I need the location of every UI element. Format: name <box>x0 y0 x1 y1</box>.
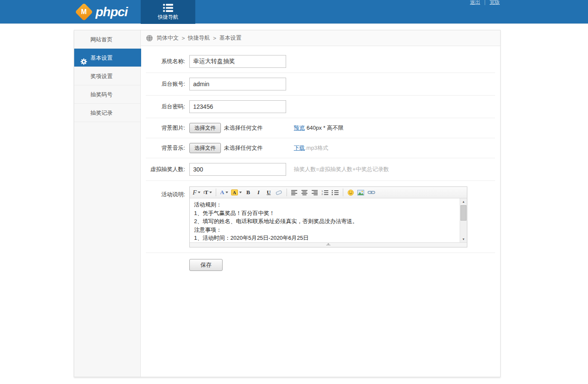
bg-music-hint: .mp3格式 <box>305 144 328 152</box>
align-center-icon <box>301 190 308 195</box>
font-size-button[interactable]: tT <box>203 188 212 197</box>
insert-link-button[interactable] <box>368 188 375 197</box>
system-name-label: 系统名称: <box>146 58 185 65</box>
align-left-button[interactable] <box>291 188 298 197</box>
virtual-count-hint: 抽奖人数=虚拟抽奖人数+中奖总记录数 <box>294 166 389 173</box>
editor-line: 注意事项： <box>194 226 455 234</box>
align-left-icon <box>291 190 298 195</box>
main-panel: 网站首页 基本设置 奖项设置 抽奖码号 <box>74 30 501 377</box>
chevron-down-icon <box>239 192 242 193</box>
editor-line: 2、填写的姓名、电话和联系地址必须真实，否则奖品没办法寄送。 <box>194 217 455 226</box>
sidebar-item-label: 基本设置 <box>90 55 113 61</box>
form-row-system-name: 系统名称: <box>146 46 495 73</box>
ordered-list-icon: 1.2. <box>322 190 328 195</box>
admin-password-input[interactable] <box>189 100 286 113</box>
virtual-count-label: 虚拟抽奖人数: <box>146 166 185 173</box>
form-row-virtual-count: 虚拟抽奖人数: 抽奖人数=虚拟抽奖人数+中奖总记录数 <box>146 158 495 181</box>
scrollbar-thumb[interactable] <box>461 205 466 221</box>
form-row-admin-account: 后台账号: <box>146 73 495 96</box>
bg-image-hint: 640px * 高不限 <box>307 124 344 132</box>
breadcrumb-separator: > <box>182 35 185 41</box>
form-row-save: 保存 <box>146 253 495 276</box>
font-color-button[interactable]: A <box>220 188 228 197</box>
ordered-list-button[interactable]: 1.2. <box>322 188 329 197</box>
insert-image-button[interactable] <box>357 188 365 197</box>
font-family-button[interactable]: F <box>193 188 200 197</box>
underline-button[interactable]: U <box>265 188 272 197</box>
scroll-up-icon[interactable]: ▲ <box>460 198 467 205</box>
rich-text-editor: F tT A A B I U <box>189 186 467 247</box>
editor-resize-bar[interactable] <box>190 242 467 247</box>
logo[interactable]: M phpci <box>75 5 127 19</box>
bg-music-file-input: 选择文件 未选择任何文件 <box>189 143 294 153</box>
editor-line: 活动规则： <box>194 201 455 209</box>
svg-text:2.: 2. <box>322 193 324 195</box>
editor-content[interactable]: 活动规则： 1、凭手气赢奖品！百分百中奖！ 2、填写的姓名、电话和联系地址必须真… <box>190 198 460 242</box>
sidebar-item-label: 抽奖码号 <box>90 91 113 98</box>
content-area: 简体中文 > 快捷导航 > 基本设置 系统名称: 后台账号: 后台密码: 背景图… <box>141 30 500 377</box>
admin-password-label: 后台密码: <box>146 103 185 111</box>
header-links: 退出 | 宽版 <box>470 0 500 6</box>
align-right-button[interactable] <box>311 188 319 197</box>
sidebar-item-lottery-codes[interactable]: 抽奖码号 <box>74 85 140 104</box>
virtual-count-input[interactable] <box>189 163 286 176</box>
form-row-bg-image: 背景图片: 选择文件 未选择任何文件 预览 640px * 高不限 <box>146 118 495 138</box>
link-icon <box>368 190 375 195</box>
settings-form: 系统名称: 后台账号: 后台密码: 背景图片: 选择文件 未选择任何文件 预览 … <box>141 46 500 276</box>
sidebar-item-lottery-records[interactable]: 抽奖记录 <box>74 104 140 122</box>
bg-music-label: 背景音乐: <box>146 144 185 152</box>
chevron-down-icon <box>209 192 212 193</box>
unordered-list-button[interactable] <box>332 188 339 197</box>
svg-text:1.: 1. <box>322 190 324 192</box>
save-button[interactable]: 保存 <box>189 259 223 271</box>
list-icon <box>163 3 173 12</box>
sidebar-item-label: 奖项设置 <box>90 73 113 79</box>
sidebar-item-label: 网站首页 <box>90 36 113 43</box>
breadcrumb-part[interactable]: 快捷导航 <box>188 34 210 42</box>
emoticon-button[interactable] <box>347 188 354 197</box>
highlight-color-button[interactable]: A <box>231 188 242 197</box>
form-row-activity-description: 活动说明: F tT A A B I U <box>146 181 495 253</box>
bold-button[interactable]: B <box>245 188 252 197</box>
file-status-text: 未选择任何文件 <box>224 124 263 132</box>
remove-format-button[interactable] <box>275 188 283 197</box>
editor-line: 1、活动时间：2020年5月25日-2020年6月25日 <box>194 234 455 242</box>
top-header: M phpci 快捷导航 退出 | 宽版 <box>0 0 588 24</box>
bg-image-label: 背景图片: <box>146 124 185 132</box>
logout-link[interactable]: 退出 <box>470 0 480 5</box>
download-link[interactable]: 下载 <box>294 144 305 152</box>
preview-link[interactable]: 预览 <box>294 124 305 132</box>
form-row-bg-music: 背景音乐: 选择文件 未选择任何文件 下载 .mp3格式 <box>146 138 495 158</box>
breadcrumb-part[interactable]: 简体中文 <box>156 34 179 42</box>
admin-account-input[interactable] <box>189 78 286 90</box>
system-name-input[interactable] <box>189 55 286 68</box>
sidebar-item-home[interactable]: 网站首页 <box>74 30 140 49</box>
tab-quick-nav[interactable]: 快捷导航 <box>141 0 195 24</box>
align-center-button[interactable] <box>301 188 308 197</box>
chevron-down-icon <box>198 192 200 193</box>
smiley-icon <box>348 189 354 196</box>
sidebar-item-basic-settings[interactable]: 基本设置 <box>74 49 141 67</box>
editor-line: 1、凭手气赢奖品！百分百中奖！ <box>194 209 455 218</box>
activity-description-label: 活动说明: <box>146 191 185 198</box>
toolbar-separator <box>216 189 216 196</box>
editor-toolbar: F tT A A B I U <box>190 187 467 198</box>
admin-account-label: 后台账号: <box>146 80 185 88</box>
toolbar-separator <box>343 189 343 196</box>
choose-file-button[interactable]: 选择文件 <box>189 123 221 133</box>
italic-button[interactable]: I <box>255 188 262 197</box>
wide-layout-link[interactable]: 宽版 <box>490 0 500 5</box>
breadcrumb: 简体中文 > 快捷导航 > 基本设置 <box>141 30 500 46</box>
breadcrumb-part[interactable]: 基本设置 <box>219 34 241 42</box>
breadcrumb-separator: > <box>213 35 217 41</box>
scroll-down-icon[interactable]: ▼ <box>460 236 467 242</box>
align-right-icon <box>312 190 318 195</box>
choose-file-button[interactable]: 选择文件 <box>189 143 221 153</box>
logo-text: phpci <box>96 5 127 19</box>
resize-grip-icon <box>325 244 331 247</box>
sidebar-item-prize-settings[interactable]: 奖项设置 <box>74 67 140 85</box>
logo-mark-icon: M <box>75 3 93 20</box>
editor-scrollbar[interactable]: ▲ ▼ <box>460 198 467 242</box>
link-separator: | <box>484 0 486 5</box>
globe-icon <box>146 35 153 42</box>
